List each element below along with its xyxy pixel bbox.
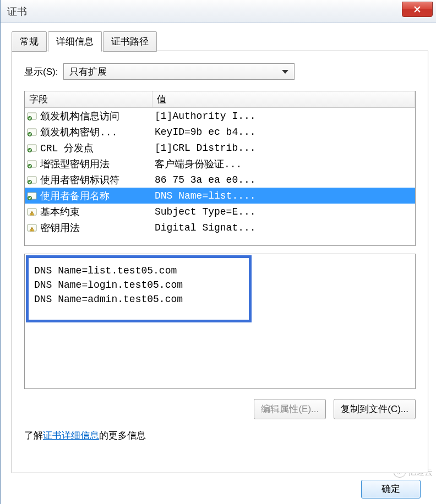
svg-point-11 <box>28 196 32 200</box>
row-value: DNS Name=list.... <box>152 190 415 201</box>
svg-point-1 <box>28 116 32 120</box>
content-area: 常规 详细信息 证书路径 显示(S): 只有扩展 字段 值 颁发机构信息访问[1… <box>1 23 436 504</box>
row-value: [1]Authority I... <box>152 111 415 122</box>
svg-point-5 <box>28 148 32 152</box>
row-value: [1]CRL Distrib... <box>152 143 415 154</box>
table-row[interactable]: 基本约束Subject Type=E... <box>25 204 415 220</box>
tab-general[interactable]: 常规 <box>12 31 47 52</box>
close-button[interactable] <box>402 2 433 17</box>
row-value: Subject Type=E... <box>152 206 415 217</box>
row-field: 颁发机构密钥... <box>25 125 152 139</box>
table-row[interactable]: 使用者备用名称DNS Name=list.... <box>25 188 415 204</box>
svg-point-7 <box>28 164 32 168</box>
column-field[interactable]: 字段 <box>25 91 152 107</box>
button-row: 编辑属性(E)... 复制到文件(C)... <box>24 399 416 419</box>
certificate-details-link[interactable]: 证书详细信息 <box>43 430 99 441</box>
row-field: 基本约束 <box>25 205 152 218</box>
row-value: 客户端身份验证... <box>152 157 415 171</box>
detail-line: DNS Name=login.test05.com <box>34 278 243 292</box>
table-row[interactable]: 增强型密钥用法客户端身份验证... <box>25 156 415 172</box>
footer: 确定 <box>12 473 428 504</box>
tab-certpath[interactable]: 证书路径 <box>103 31 157 52</box>
detail-highlight: DNS Name=list.test05.comDNS Name=login.t… <box>26 255 252 322</box>
table-row[interactable]: 颁发机构信息访问[1]Authority I... <box>25 108 415 124</box>
tab-details[interactable]: 详细信息 <box>48 31 102 52</box>
table-body: 颁发机构信息访问[1]Authority I...颁发机构密钥...KeyID=… <box>25 108 415 245</box>
column-value[interactable]: 值 <box>152 91 415 107</box>
certificate-dialog: 证书 常规 详细信息 证书路径 显示(S): 只有扩展 字段 <box>0 0 436 504</box>
titlebar: 证书 <box>1 0 436 23</box>
table-row[interactable]: CRL 分发点[1]CRL Distrib... <box>25 140 415 156</box>
row-field: 密钥用法 <box>25 221 152 234</box>
copy-to-file-button[interactable]: 复制到文件(C)... <box>334 399 416 419</box>
info-line: 了解证书详细信息的更多信息 <box>24 429 416 442</box>
table-row[interactable]: 使用者密钥标识符86 75 3a ea e0... <box>25 172 415 188</box>
tab-body: 显示(S): 只有扩展 字段 值 颁发机构信息访问[1]Authority I.… <box>12 51 428 473</box>
row-field: CRL 分发点 <box>25 141 152 155</box>
show-label: 显示(S): <box>24 65 58 78</box>
svg-rect-13 <box>31 212 32 214</box>
detail-line: DNS Name=list.test05.com <box>34 264 243 278</box>
table-row[interactable]: 颁发机构密钥...KeyID=9b ec b4... <box>25 124 415 140</box>
row-field: 增强型密钥用法 <box>25 157 152 171</box>
svg-rect-17 <box>31 230 32 231</box>
row-field: 使用者密钥标识符 <box>25 173 152 187</box>
detail-line: DNS Name=admin.test05.com <box>34 292 243 306</box>
svg-point-3 <box>28 132 32 136</box>
svg-rect-14 <box>31 214 32 215</box>
tab-row: 常规 详细信息 证书路径 <box>12 31 428 51</box>
svg-rect-16 <box>31 228 32 230</box>
chevron-down-icon <box>282 70 288 74</box>
info-suffix: 的更多信息 <box>99 430 146 441</box>
row-value: KeyID=9b ec b4... <box>152 127 415 138</box>
detail-box[interactable]: DNS Name=list.test05.comDNS Name=login.t… <box>24 254 416 389</box>
row-field: 使用者备用名称 <box>25 189 152 202</box>
show-dropdown[interactable]: 只有扩展 <box>63 63 295 80</box>
info-prefix: 了解 <box>24 430 43 441</box>
table-header: 字段 值 <box>25 91 415 108</box>
table-row[interactable]: 密钥用法Digital Signat... <box>25 220 415 235</box>
dropdown-value: 只有扩展 <box>69 65 107 78</box>
close-icon <box>413 6 421 13</box>
svg-point-9 <box>28 180 32 184</box>
row-field: 颁发机构信息访问 <box>25 109 152 123</box>
show-row: 显示(S): 只有扩展 <box>24 63 416 80</box>
ok-button[interactable]: 确定 <box>361 480 421 498</box>
edit-properties-button: 编辑属性(E)... <box>254 399 326 419</box>
window-title: 证书 <box>7 5 27 18</box>
row-value: Digital Signat... <box>152 222 415 233</box>
field-table: 字段 值 颁发机构信息访问[1]Authority I...颁发机构密钥...K… <box>24 91 416 246</box>
row-value: 86 75 3a ea e0... <box>152 174 415 185</box>
